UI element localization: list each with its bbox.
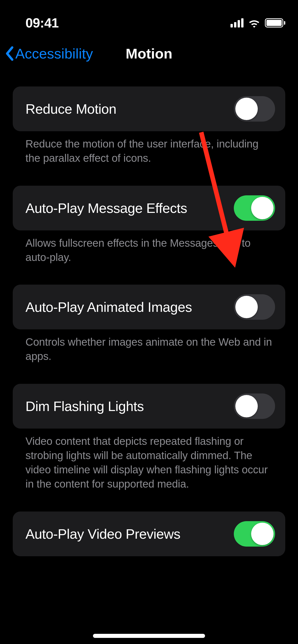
- row-label: Auto-Play Video Previews: [25, 526, 180, 542]
- toggle-auto-play-animated-images[interactable]: [234, 294, 275, 320]
- row-footer: Video content that depicts repeated flas…: [13, 429, 285, 491]
- status-icons: [231, 18, 285, 27]
- row-label: Dim Flashing Lights: [25, 398, 144, 414]
- toggle-reduce-motion[interactable]: [234, 96, 275, 122]
- row-footer: Reduce the motion of the user interface,…: [13, 131, 285, 165]
- nav-bar: Accessibility Motion: [0, 36, 298, 71]
- battery-icon: [265, 18, 285, 27]
- home-indicator[interactable]: [93, 634, 205, 638]
- back-button[interactable]: Accessibility: [5, 45, 93, 62]
- row-auto-play-video-previews[interactable]: Auto-Play Video Previews: [13, 511, 285, 556]
- toggle-auto-play-video-previews[interactable]: [234, 521, 275, 547]
- toggle-auto-play-message-effects[interactable]: [234, 195, 275, 221]
- row-label: Auto-Play Message Effects: [25, 200, 187, 216]
- status-bar: 09:41: [0, 0, 298, 36]
- row-label: Auto-Play Animated Images: [25, 299, 192, 315]
- row-reduce-motion[interactable]: Reduce Motion: [13, 86, 285, 131]
- row-footer: Allows fullscreen effects in the Message…: [13, 230, 285, 265]
- status-time: 09:41: [25, 15, 59, 31]
- row-auto-play-message-effects[interactable]: Auto-Play Message Effects: [13, 186, 285, 230]
- cellular-signal-icon: [231, 18, 243, 27]
- settings-content: Reduce Motion Reduce the motion of the u…: [0, 71, 298, 556]
- back-label: Accessibility: [15, 45, 93, 62]
- row-label: Reduce Motion: [25, 101, 116, 117]
- row-footer: Controls whether images animate on the W…: [13, 329, 285, 363]
- row-dim-flashing-lights[interactable]: Dim Flashing Lights: [13, 384, 285, 429]
- toggle-dim-flashing-lights[interactable]: [234, 393, 275, 419]
- wifi-icon: [248, 18, 260, 27]
- page-title: Motion: [126, 45, 172, 62]
- chevron-left-icon: [5, 46, 14, 61]
- row-auto-play-animated-images[interactable]: Auto-Play Animated Images: [13, 285, 285, 329]
